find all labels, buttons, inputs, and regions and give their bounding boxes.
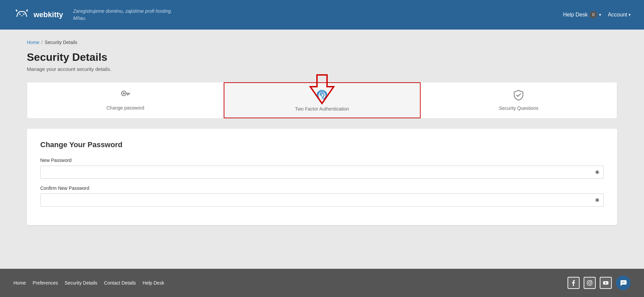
helpdesk-label: Help Desk — [563, 12, 588, 18]
key-icon — [120, 90, 130, 102]
new-password-icon: ✳ — [595, 169, 600, 176]
shield-check-icon — [514, 90, 524, 103]
helpdesk-chevron-icon: ▾ — [599, 12, 601, 17]
svg-point-14 — [623, 282, 624, 283]
breadcrumb-separator: / — [41, 40, 43, 45]
footer-link-contact-details[interactable]: Contact Details — [104, 280, 136, 286]
svg-rect-5 — [125, 93, 130, 94]
new-password-group: New Password ✳ — [40, 158, 604, 179]
svg-rect-7 — [127, 94, 128, 96]
account-label: Account — [608, 12, 627, 18]
new-password-input[interactable] — [40, 166, 604, 179]
footer-links: Home Preferences Security Details Contac… — [13, 280, 164, 286]
breadcrumb: Home / Security Details — [27, 40, 617, 45]
page-title: Security Details — [27, 51, 617, 63]
chat-bubble-icon[interactable] — [616, 275, 631, 290]
helpdesk-button[interactable]: Help Desk 0 ▾ — [563, 11, 601, 18]
svg-point-4 — [123, 92, 125, 94]
helpdesk-badge: 0 — [590, 11, 597, 18]
svg-point-0 — [19, 13, 20, 15]
confirm-password-icon: ✳ — [595, 197, 600, 204]
arrow-annotation — [309, 73, 335, 108]
form-section-title: Change Your Password — [40, 140, 604, 149]
confirm-password-input[interactable] — [40, 194, 604, 207]
header-tagline: Zaregistrujeme doménu, zajistíme profi h… — [73, 8, 172, 22]
confirm-password-group: Confirm New Password ✳ — [40, 185, 604, 207]
logo-text: webkitty — [34, 10, 63, 19]
footer-socials — [568, 275, 631, 290]
svg-point-15 — [624, 282, 625, 283]
header: webkitty Zaregistrujeme doménu, zajistím… — [0, 0, 644, 30]
svg-rect-6 — [128, 94, 129, 95]
footer-link-home[interactable]: Home — [13, 280, 26, 286]
account-button[interactable]: Account ▾ — [608, 12, 631, 18]
facebook-icon[interactable] — [568, 277, 580, 289]
tagline-line2: Mňau. — [73, 15, 172, 22]
tab-change-password-label: Change password — [106, 105, 144, 111]
logo-icon — [13, 7, 30, 23]
breadcrumb-current: Security Details — [45, 40, 77, 45]
svg-point-9 — [589, 282, 591, 284]
tab-security-questions[interactable]: Security Questions — [421, 82, 617, 118]
footer-link-help-desk[interactable]: Help Desk — [143, 280, 164, 286]
footer-link-security-details[interactable]: Security Details — [65, 280, 97, 286]
account-chevron-icon: ▾ — [629, 12, 631, 17]
breadcrumb-home[interactable]: Home — [27, 40, 39, 45]
tab-security-questions-label: Security Questions — [499, 105, 539, 111]
new-password-wrapper: ✳ — [40, 166, 604, 179]
svg-point-10 — [591, 281, 591, 282]
instagram-icon[interactable] — [584, 277, 596, 289]
main-content: Home / Security Details Security Details… — [0, 30, 644, 269]
logo-area: webkitty — [13, 7, 63, 23]
footer: Home Preferences Security Details Contac… — [0, 269, 644, 297]
svg-point-1 — [23, 13, 24, 15]
tab-change-password[interactable]: Change password — [27, 82, 224, 118]
page-subtitle: Manage your account security details. — [27, 66, 617, 72]
form-card: Change Your Password New Password ✳ Conf… — [27, 129, 617, 225]
header-right: Help Desk 0 ▾ Account ▾ — [563, 11, 631, 18]
footer-link-preferences[interactable]: Preferences — [33, 280, 58, 286]
svg-point-13 — [622, 282, 623, 283]
header-left: webkitty Zaregistrujeme doménu, zajistím… — [13, 7, 172, 23]
tagline-line1: Zaregistrujeme doménu, zajistíme profi h… — [73, 8, 172, 15]
confirm-password-label: Confirm New Password — [40, 185, 604, 191]
new-password-label: New Password — [40, 158, 604, 163]
confirm-password-wrapper: ✳ — [40, 194, 604, 207]
svg-marker-2 — [310, 75, 334, 103]
youtube-icon[interactable] — [600, 277, 612, 289]
